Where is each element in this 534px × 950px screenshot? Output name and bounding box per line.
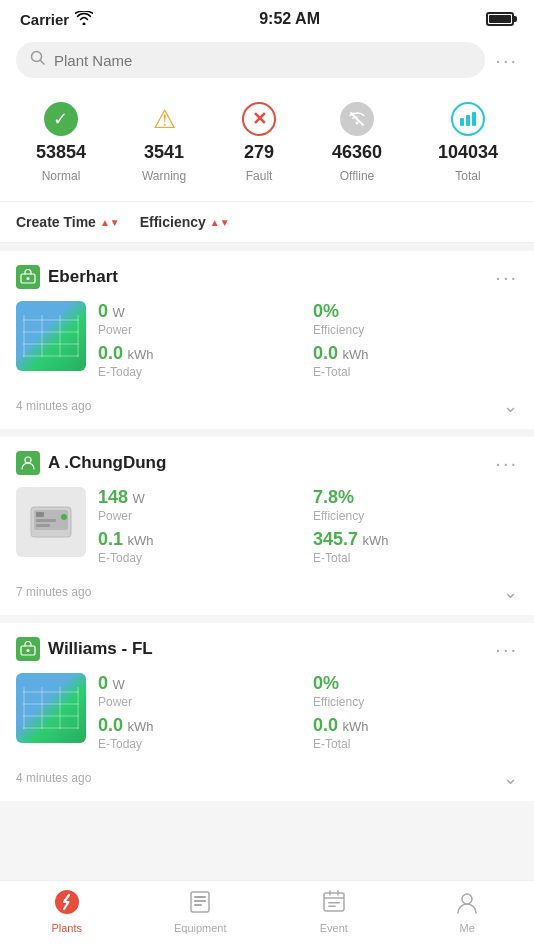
plant-card: A .ChungDung ··· 14: [0, 437, 534, 615]
power-stat: 0 W Power: [98, 301, 303, 337]
svg-rect-2: [460, 118, 464, 126]
fault-count: 279: [244, 142, 274, 163]
sort-efficiency[interactable]: Efficiency ▲▼: [140, 214, 230, 230]
expand-button[interactable]: ⌄: [503, 581, 518, 603]
plant-more-button[interactable]: ···: [495, 638, 518, 661]
etotal-stat: 345.7 kWh E-Total: [313, 529, 518, 565]
plant-list: Eberhart ··· 0 W Power 0% Efficiency: [0, 243, 534, 817]
bottom-nav: Plants Equipment Event: [0, 880, 534, 950]
event-nav-label: Event: [320, 922, 348, 934]
plant-footer: 7 minutes ago ⌄: [16, 571, 518, 615]
offline-count: 46360: [332, 142, 382, 163]
warning-label: Warning: [142, 169, 186, 183]
plant-card: Eberhart ··· 0 W Power 0% Efficiency: [0, 251, 534, 429]
offline-icon: [340, 102, 374, 136]
plant-name-wrap: Williams - FL: [16, 637, 153, 661]
plant-stats: 0 W Power 0% Efficiency 0.0 kWh E-Today: [98, 301, 518, 379]
expand-button[interactable]: ⌄: [503, 395, 518, 417]
time-ago: 4 minutes ago: [16, 399, 91, 413]
nav-me[interactable]: Me: [437, 889, 497, 934]
plant-name-wrap: Eberhart: [16, 265, 118, 289]
stat-normal[interactable]: ✓ 53854 Normal: [36, 102, 86, 183]
plant-type-icon: [16, 451, 40, 475]
plant-name: A .ChungDung: [48, 453, 166, 473]
plant-more-button[interactable]: ···: [495, 452, 518, 475]
plant-thumbnail: [16, 301, 86, 371]
plant-body: 148 W Power 7.8% Efficiency 0.1 kWh E-To…: [16, 487, 518, 565]
nav-plants[interactable]: Plants: [37, 889, 97, 934]
plant-header: Eberhart ···: [16, 265, 518, 289]
svg-point-13: [61, 514, 67, 520]
event-nav-icon: [321, 889, 347, 919]
stat-total[interactable]: 104034 Total: [438, 102, 498, 183]
status-time: 9:52 AM: [259, 10, 320, 28]
svg-rect-23: [328, 906, 336, 908]
warning-count: 3541: [144, 142, 184, 163]
total-label: Total: [455, 169, 480, 183]
plant-thumbnail: [16, 487, 86, 557]
plant-stats: 0 W Power 0% Efficiency 0.0 kWh E-Today: [98, 673, 518, 751]
plant-footer: 4 minutes ago ⌄: [16, 385, 518, 429]
svg-rect-22: [328, 902, 340, 904]
plant-footer: 4 minutes ago ⌄: [16, 757, 518, 801]
total-count: 104034: [438, 142, 498, 163]
warning-icon: ⚠: [147, 102, 181, 136]
plant-card: Williams - FL ··· 0 W Power 0% Efficienc…: [0, 623, 534, 801]
svg-rect-10: [36, 512, 44, 517]
etoday-stat: 0.0 kWh E-Today: [98, 715, 303, 751]
time-ago: 7 minutes ago: [16, 585, 91, 599]
sort-create-time[interactable]: Create Time ▲▼: [16, 214, 120, 230]
battery-indicator: [486, 12, 514, 26]
plant-name: Eberhart: [48, 267, 118, 287]
equipment-nav-icon: [187, 889, 213, 919]
etoday-stat: 0.1 kWh E-Today: [98, 529, 303, 565]
carrier-info: Carrier: [20, 11, 93, 28]
me-nav-icon: [454, 889, 480, 919]
plants-nav-label: Plants: [51, 922, 82, 934]
plants-nav-icon: [54, 889, 80, 919]
plant-body: 0 W Power 0% Efficiency 0.0 kWh E-Today: [16, 301, 518, 379]
svg-point-7: [25, 457, 31, 463]
stat-fault[interactable]: ✕ 279 Fault: [242, 102, 276, 183]
wifi-icon: [75, 11, 93, 28]
battery-icon: [486, 12, 514, 26]
power-stat: 0 W Power: [98, 673, 303, 709]
plant-name: Williams - FL: [48, 639, 153, 659]
svg-point-1: [356, 122, 359, 125]
sort-arrow-icon-2: ▲▼: [210, 217, 230, 228]
etotal-stat: 0.0 kWh E-Total: [313, 343, 518, 379]
status-bar: Carrier 9:52 AM: [0, 0, 534, 34]
plant-body: 0 W Power 0% Efficiency 0.0 kWh E-Today: [16, 673, 518, 751]
normal-count: 53854: [36, 142, 86, 163]
plant-stats: 148 W Power 7.8% Efficiency 0.1 kWh E-To…: [98, 487, 518, 565]
time-ago: 4 minutes ago: [16, 771, 91, 785]
svg-point-6: [27, 277, 30, 280]
efficiency-stat: 7.8% Efficiency: [313, 487, 518, 523]
offline-label: Offline: [340, 169, 374, 183]
expand-button[interactable]: ⌄: [503, 767, 518, 789]
efficiency-stat: 0% Efficiency: [313, 673, 518, 709]
sort-row: Create Time ▲▼ Efficiency ▲▼: [0, 202, 534, 243]
stats-row: ✓ 53854 Normal ⚠ 3541 Warning ✕ 279 Faul…: [0, 88, 534, 202]
svg-rect-4: [472, 112, 476, 126]
nav-event[interactable]: Event: [304, 889, 364, 934]
svg-rect-19: [194, 900, 206, 902]
search-input[interactable]: [54, 52, 471, 69]
nav-equipment[interactable]: Equipment: [170, 889, 230, 934]
fault-label: Fault: [246, 169, 273, 183]
plant-more-button[interactable]: ···: [495, 266, 518, 289]
search-input-wrap[interactable]: [16, 42, 485, 78]
power-stat: 148 W Power: [98, 487, 303, 523]
svg-rect-18: [194, 896, 206, 898]
svg-rect-11: [36, 519, 56, 522]
sort-arrow-icon: ▲▼: [100, 217, 120, 228]
svg-point-15: [27, 649, 30, 652]
more-options-button[interactable]: ···: [495, 49, 518, 72]
etoday-stat: 0.0 kWh E-Today: [98, 343, 303, 379]
plant-type-icon: [16, 265, 40, 289]
stat-warning[interactable]: ⚠ 3541 Warning: [142, 102, 186, 183]
stat-offline[interactable]: 46360 Offline: [332, 102, 382, 183]
efficiency-stat: 0% Efficiency: [313, 301, 518, 337]
search-icon: [30, 50, 46, 70]
svg-rect-3: [466, 115, 470, 126]
